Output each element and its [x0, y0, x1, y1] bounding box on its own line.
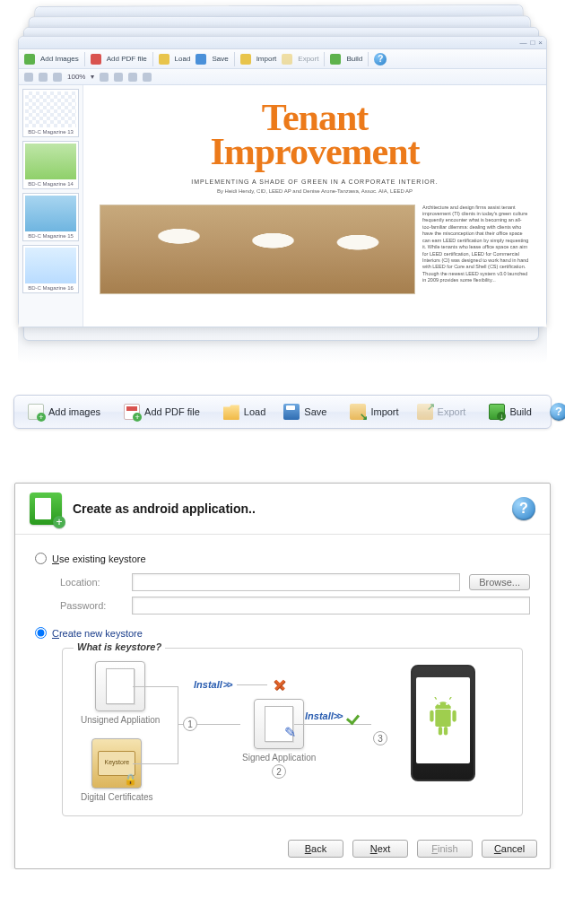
add-images-label: Add Images [40, 55, 79, 63]
document-hero-image [100, 205, 415, 294]
main-toolbar: Add images Add PDF file Load Save Import… [13, 395, 552, 429]
keystore-legend: What is keystore? [74, 641, 165, 652]
radio-create-new[interactable]: Create new keystore [35, 627, 530, 639]
maximize-icon[interactable]: □ [530, 39, 535, 47]
import-icon[interactable] [240, 54, 251, 65]
document-subtitle: IMPLEMENTING A SHADE OF GREEN IN A CORPO… [191, 179, 439, 185]
browse-button[interactable]: Browse... [469, 574, 530, 590]
editor-toolbar-primary: Add Images Add PDF file Load Save Import… [19, 49, 546, 69]
add-pdf-label: Add PDF file [144, 406, 200, 417]
save-button[interactable]: Save [275, 399, 335, 424]
back-button[interactable]: Back [288, 840, 343, 858]
import-label: Import [370, 406, 398, 417]
success-check-icon [347, 710, 363, 722]
next-button[interactable]: Next [352, 840, 408, 858]
help-icon[interactable]: ? [374, 53, 387, 65]
svg-rect-7 [439, 727, 442, 736]
tool-icon[interactable] [114, 73, 123, 82]
import-icon [350, 404, 366, 420]
thumbnail[interactable]: BD-C Magazine 14 [22, 141, 79, 189]
add-pdf-button[interactable]: Add PDF file [116, 399, 208, 424]
tool-icon[interactable] [128, 73, 137, 82]
password-input[interactable] [132, 597, 530, 615]
save-icon [283, 404, 300, 420]
step-1-badge: 1 [183, 717, 197, 731]
step-2-badge: 2 [272, 764, 286, 779]
export-icon [417, 404, 433, 420]
android-robot-icon [423, 697, 463, 744]
radio-use-existing-input[interactable] [35, 553, 47, 564]
signed-app-caption: Signed Application [242, 753, 316, 763]
save-icon[interactable] [196, 54, 206, 65]
svg-rect-6 [452, 710, 456, 722]
editor-window: — □ × Add Images Add PDF file Load Save … [18, 36, 547, 327]
thumbnail-label: BD-C Magazine 15 [25, 233, 76, 239]
export-label: Export [438, 406, 466, 417]
svg-rect-5 [430, 710, 433, 722]
build-icon[interactable] [330, 54, 341, 65]
keystore-diagram: Unsigned Appliation Keystore Digital Cer… [77, 661, 508, 805]
android-phone-node [411, 665, 475, 781]
keystore-info-group: What is keystore? Unsigned Appliation Ke… [62, 648, 523, 816]
dialog-help-icon[interactable]: ? [512, 497, 535, 520]
document-body-text: Architecture and design firms assist ten… [422, 205, 530, 294]
add-pdf-icon[interactable] [91, 54, 101, 65]
thumbnail-label: BD-C Magazine 14 [25, 181, 76, 187]
radio-create-new-input[interactable] [35, 627, 47, 639]
svg-point-1 [446, 703, 448, 706]
add-images-icon[interactable] [24, 54, 35, 65]
folder-open-icon [223, 404, 239, 420]
load-icon[interactable] [159, 54, 170, 65]
unsigned-app-caption: Unsigned Appliation [81, 715, 160, 725]
close-icon[interactable]: × [538, 39, 543, 47]
svg-line-3 [449, 697, 451, 700]
radio-use-existing-label: Use existing keystore [52, 554, 146, 564]
location-label: Location: [60, 577, 123, 588]
thumbnail-label: BD-C Magazine 16 [25, 285, 76, 291]
window-reflection [18, 327, 547, 363]
document-preview[interactable]: Tenant Improvement IMPLEMENTING A SHADE … [83, 85, 546, 327]
radio-create-new-label: Create new keystore [52, 628, 143, 639]
password-label: Password: [60, 600, 123, 611]
tool-icon[interactable] [24, 73, 33, 82]
export-button: Export [409, 399, 474, 424]
location-input[interactable] [132, 573, 460, 591]
add-images-label: Add images [48, 406, 100, 417]
add-images-button[interactable]: Add images [20, 399, 109, 424]
thumbnail-label: BD-C Magazine 13 [25, 129, 76, 135]
svg-rect-4 [435, 710, 450, 727]
create-android-dialog: Create as android application.. ? Use ex… [14, 483, 551, 869]
zoom-level[interactable]: 100% [67, 73, 85, 81]
tool-icon[interactable] [53, 73, 62, 82]
tool-icon[interactable] [100, 73, 109, 82]
digital-cert-caption: Digital Certificates [81, 792, 153, 802]
build-label: Build [509, 406, 531, 417]
tool-icon[interactable] [39, 73, 48, 82]
editor-window-stack: — □ × Add Images Add PDF file Load Save … [0, 0, 565, 368]
load-button[interactable]: Load [215, 399, 274, 424]
help-button[interactable]: ? [547, 400, 565, 423]
build-button[interactable]: Build [481, 399, 539, 424]
editor-toolbar-secondary: 100% ▾ [19, 69, 546, 85]
help-icon: ? [550, 403, 565, 421]
add-pdf-icon [124, 404, 140, 420]
thumbnail[interactable]: BD-C Magazine 13 [22, 89, 79, 137]
tool-icon[interactable] [143, 73, 152, 82]
thumbnail[interactable]: BD-C Magazine 16 [22, 245, 79, 293]
export-icon[interactable] [282, 54, 292, 65]
dialog-footer: Back Next Finish Cancel [15, 832, 550, 868]
install-fail-label: Install >> [194, 679, 231, 690]
page-thumbnails[interactable]: BD-C Magazine 13 BD-C Magazine 14 BD-C M… [19, 85, 83, 327]
save-label: Save [304, 406, 326, 417]
step-3-badge: 3 [373, 731, 387, 745]
editor-titlebar: — □ × [19, 37, 546, 49]
minimize-icon[interactable]: — [519, 39, 526, 47]
svg-rect-8 [444, 727, 448, 736]
import-button[interactable]: Import [342, 399, 406, 424]
radio-use-existing[interactable]: Use existing keystore [35, 553, 530, 564]
thumbnail[interactable]: BD-C Magazine 15 [22, 193, 79, 241]
svg-point-0 [438, 703, 440, 706]
document-byline: By Heidi Hendy, CID, LEED AP and Denise … [217, 188, 413, 194]
cancel-button[interactable]: Cancel [482, 840, 537, 858]
load-label: Load [244, 406, 265, 417]
